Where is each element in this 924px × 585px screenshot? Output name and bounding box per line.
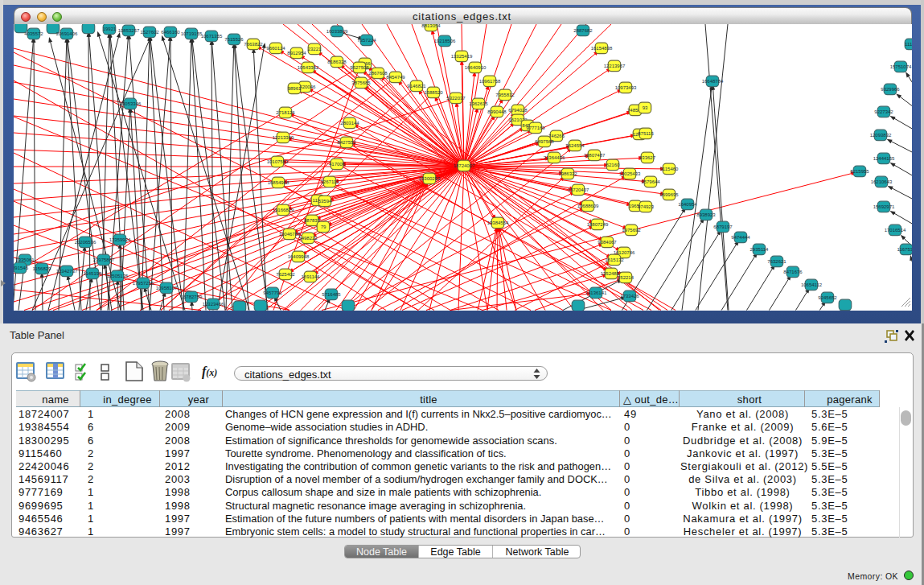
svg-text:16782759: 16782759 xyxy=(181,295,203,299)
svg-text:19166829: 19166829 xyxy=(273,208,294,212)
svg-text:53594: 53594 xyxy=(318,199,332,204)
svg-text:10807487: 10807487 xyxy=(584,153,606,158)
svg-text:12444155: 12444155 xyxy=(873,156,895,161)
svg-text:1362615: 1362615 xyxy=(469,101,488,106)
svg-text:1733426: 1733426 xyxy=(620,294,639,299)
svg-text:16409948: 16409948 xyxy=(288,254,310,259)
svg-text:7663822: 7663822 xyxy=(244,42,263,47)
svg-text:10046788: 10046788 xyxy=(279,232,301,237)
svg-text:3624554: 3624554 xyxy=(565,143,585,148)
svg-text:10107553: 10107553 xyxy=(267,159,289,164)
svg-text:12213967: 12213967 xyxy=(604,64,626,68)
svg-text:16854908: 16854908 xyxy=(268,180,290,185)
svg-text:19384554: 19384554 xyxy=(487,220,509,225)
svg-text:1335061: 1335061 xyxy=(15,257,35,262)
svg-text:8912954: 8912954 xyxy=(287,51,306,56)
svg-text:20206536: 20206536 xyxy=(75,240,97,245)
svg-text:8813054: 8813054 xyxy=(421,24,441,28)
svg-text:17957255: 17957255 xyxy=(133,281,154,286)
svg-text:2887682: 2887682 xyxy=(573,28,593,33)
svg-text:8215955: 8215955 xyxy=(850,169,869,174)
svg-text:1640954: 1640954 xyxy=(678,202,697,207)
svg-text:10961758: 10961758 xyxy=(479,79,501,84)
svg-text:9457791: 9457791 xyxy=(263,290,282,295)
svg-text:7625402: 7625402 xyxy=(276,272,295,277)
svg-text:875115: 875115 xyxy=(638,131,654,136)
svg-text:12342737: 12342737 xyxy=(56,269,78,274)
svg-text:12323466: 12323466 xyxy=(203,302,224,307)
svg-text:16210643: 16210643 xyxy=(871,179,893,184)
svg-text:10853257: 10853257 xyxy=(118,28,140,33)
svg-text:98961: 98961 xyxy=(288,86,302,91)
svg-text:2718126: 2718126 xyxy=(276,110,295,115)
svg-text:25300293: 25300293 xyxy=(419,176,441,181)
svg-text:12093832: 12093832 xyxy=(870,133,892,138)
svg-text:6497568: 6497568 xyxy=(535,139,554,144)
svg-text:5322037: 5322037 xyxy=(446,96,466,101)
svg-text:2935114: 2935114 xyxy=(750,247,770,252)
svg-text:23221: 23221 xyxy=(308,47,322,51)
svg-text:23975867: 23975867 xyxy=(93,257,115,262)
svg-text:9084067: 9084067 xyxy=(598,240,617,245)
svg-text:14136141: 14136141 xyxy=(585,290,607,295)
svg-text:1975692: 1975692 xyxy=(622,228,641,233)
svg-text:79: 79 xyxy=(321,225,326,229)
svg-text:7986322: 7986322 xyxy=(558,171,577,176)
svg-text:29053346: 29053346 xyxy=(120,101,142,106)
svg-text:6466160: 6466160 xyxy=(161,30,180,35)
svg-text:8990448: 8990448 xyxy=(487,109,507,114)
svg-text:8427552: 8427552 xyxy=(337,140,356,145)
svg-text:1691144: 1691144 xyxy=(302,274,321,279)
svg-text:10543362: 10543362 xyxy=(298,65,319,70)
svg-text:1167533: 1167533 xyxy=(897,247,912,252)
svg-text:974923: 974923 xyxy=(638,204,655,209)
svg-text:10973493: 10973493 xyxy=(615,85,637,90)
svg-text:11121: 11121 xyxy=(905,42,912,47)
svg-text:3875685: 3875685 xyxy=(351,80,371,85)
svg-text:9146821: 9146821 xyxy=(407,84,426,89)
svg-text:933627: 933627 xyxy=(639,155,656,160)
svg-text:16033809: 16033809 xyxy=(326,29,348,34)
svg-text:13325419: 13325419 xyxy=(451,54,473,59)
svg-text:10671355: 10671355 xyxy=(201,34,223,39)
svg-text:6794028: 6794028 xyxy=(508,108,528,113)
svg-text:7515526: 7515526 xyxy=(224,37,244,42)
svg-text:7955812: 7955812 xyxy=(495,93,515,97)
svg-text:7357224: 7357224 xyxy=(357,38,376,43)
svg-text:3267110: 3267110 xyxy=(321,179,340,184)
svg-text:12213369: 12213369 xyxy=(273,135,294,140)
svg-text:9777169: 9777169 xyxy=(526,126,545,130)
svg-text:9245652: 9245652 xyxy=(818,295,837,300)
svg-text:7632621: 7632621 xyxy=(767,259,786,264)
svg-text:16640910: 16640910 xyxy=(465,65,487,70)
svg-text:15692971: 15692971 xyxy=(873,204,895,209)
svg-text:2867608: 2867608 xyxy=(368,71,388,76)
svg-text:1156829: 1156829 xyxy=(33,266,52,271)
svg-text:18807249: 18807249 xyxy=(587,222,609,227)
svg-text:417006: 417006 xyxy=(329,162,346,167)
svg-text:19921: 19921 xyxy=(103,27,117,31)
svg-text:6879197: 6879197 xyxy=(713,225,733,229)
svg-text:9474444: 9474444 xyxy=(731,235,750,240)
svg-text:20691406: 20691406 xyxy=(56,31,78,36)
svg-text:12505135: 12505135 xyxy=(107,274,129,278)
svg-text:9115460: 9115460 xyxy=(660,167,680,171)
svg-text:8938923: 8938923 xyxy=(696,212,716,217)
svg-text:2803144: 2803144 xyxy=(340,121,359,126)
svg-text:5498222: 5498222 xyxy=(298,236,318,241)
svg-text:62160: 62160 xyxy=(606,163,620,167)
svg-text:17359924: 17359924 xyxy=(109,237,131,242)
svg-text:252214: 252214 xyxy=(618,275,634,280)
svg-text:8471676: 8471676 xyxy=(783,270,803,274)
svg-text:1615132: 1615132 xyxy=(605,257,624,262)
svg-text:746266: 746266 xyxy=(548,134,565,138)
svg-text:16648784: 16648784 xyxy=(702,79,724,84)
svg-text:17016514: 17016514 xyxy=(885,228,906,233)
svg-text:15751074: 15751074 xyxy=(890,64,912,69)
svg-text:1145195: 1145195 xyxy=(84,271,103,276)
svg-text:19218506: 19218506 xyxy=(434,39,456,43)
svg-text:391546: 391546 xyxy=(14,266,29,270)
svg-text:93: 93 xyxy=(643,105,648,110)
svg-text:10688609: 10688609 xyxy=(577,204,599,208)
svg-text:8186328: 8186328 xyxy=(327,60,347,64)
